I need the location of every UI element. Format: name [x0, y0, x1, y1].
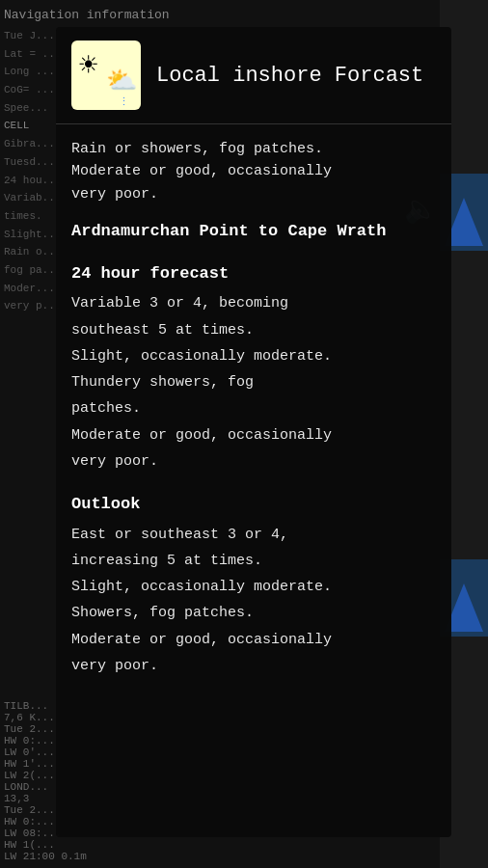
- bg-line: Spee...: [4, 99, 61, 118]
- bg-hw4: HW 1(...: [4, 839, 87, 851]
- forecast-line-7: very poor.: [71, 450, 436, 473]
- bg-line: Moder...: [4, 280, 61, 298]
- intro-text: Rain or showers, fog patches. Moderate o…: [71, 138, 436, 205]
- modal-header: ☀ ⛅ ⋮ Local inshore Forcast: [56, 27, 451, 124]
- forecast-line-6: Moderate or good, occasionally: [71, 424, 436, 447]
- modal-content: Rain or showers, fog patches. Moderate o…: [56, 124, 451, 677]
- forecast-line-3: Slight, occasionally moderate.: [71, 345, 436, 367]
- intro-line-1: Rain or showers, fog patches.: [71, 138, 436, 160]
- bg-line: Rain o...: [4, 243, 61, 261]
- bg-navigation-label: Navigation information: [4, 8, 170, 22]
- bg-line: very p...: [4, 297, 61, 315]
- location-heading: Ardnamurchan Point to Cape Wrath: [71, 219, 436, 244]
- cloud-icon: ⛅: [106, 66, 137, 96]
- bg-line: Variab...: [4, 189, 61, 207]
- outlook-line-4: Showers, fog patches.: [71, 602, 436, 624]
- bg-line: Tuesd...: [4, 153, 61, 172]
- bg-line: times.: [4, 207, 61, 226]
- weather-icon-container: ☀ ⛅ ⋮: [71, 41, 141, 110]
- outlook-heading: Outlook: [71, 492, 436, 517]
- bg-line: Lat = ...: [4, 45, 61, 64]
- forecast-line-4: Thundery showers, fog: [71, 371, 436, 393]
- rain-drops-icon: ⋮: [119, 95, 131, 108]
- bg-line: Long ...: [4, 63, 61, 81]
- bg-lw4: LW 21:00 0.1m: [4, 851, 87, 862]
- outlook-line-6: very poor.: [71, 655, 436, 677]
- bg-lines: Tue J... Lat = ... Long ... CoG= ... Spe…: [4, 27, 61, 315]
- bg-line: fog pa...: [4, 261, 61, 280]
- outlook-line-3: Slight, occasionally moderate.: [71, 576, 436, 598]
- intro-line-2: Moderate or good, occasionally: [71, 160, 436, 182]
- outlook-line-1: East or southeast 3 or 4,: [71, 524, 436, 546]
- outlook-line-2: increasing 5 at times.: [71, 550, 436, 572]
- forecast-line-1: Variable 3 or 4, becoming: [71, 292, 436, 314]
- bg-line: 24 hou...: [4, 172, 61, 190]
- bg-line: Gibra...: [4, 135, 61, 153]
- forecast-line-5: patches.: [71, 397, 436, 420]
- sun-icon: ☀: [79, 46, 97, 85]
- forecast-line-2: southeast 5 at times.: [71, 319, 436, 341]
- bg-line: Slight...: [4, 226, 61, 244]
- modal-title: Local inshore Forcast: [156, 64, 423, 88]
- forecast-heading: 24 hour forecast: [71, 261, 436, 286]
- bg-line-cell: CELL: [4, 117, 61, 135]
- intro-line-3: very poor.: [71, 183, 436, 205]
- bg-line: Tue J...: [4, 27, 61, 45]
- bg-line: CoG= ...: [4, 81, 61, 99]
- forecast-modal: ☀ ⛅ ⋮ Local inshore Forcast Rain or show…: [56, 27, 451, 837]
- outlook-line-5: Moderate or good, occasionally: [71, 629, 436, 651]
